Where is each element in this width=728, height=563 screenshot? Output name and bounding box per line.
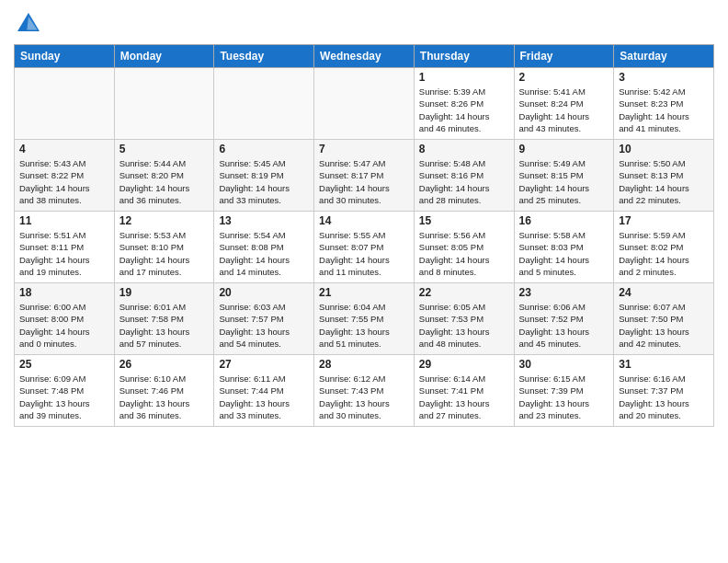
day-info: Sunrise: 6:01 AM Sunset: 7:58 PM Dayligh… [119, 301, 210, 350]
day-number: 23 [519, 286, 609, 299]
day-number: 21 [319, 286, 409, 299]
calendar-table: SundayMondayTuesdayWednesdayThursdayFrid… [14, 44, 714, 427]
day-info: Sunrise: 6:04 AM Sunset: 7:55 PM Dayligh… [319, 301, 409, 350]
calendar-week-2: 11Sunrise: 5:51 AM Sunset: 8:11 PM Dayli… [15, 212, 714, 283]
day-number: 13 [219, 214, 309, 227]
day-number: 7 [319, 143, 409, 155]
day-info: Sunrise: 5:51 AM Sunset: 8:11 PM Dayligh… [19, 229, 109, 278]
day-info: Sunrise: 6:15 AM Sunset: 7:39 PM Dayligh… [519, 373, 609, 421]
calendar-week-4: 25Sunrise: 6:09 AM Sunset: 7:48 PM Dayli… [15, 355, 714, 427]
calendar-body: 1Sunrise: 5:39 AM Sunset: 8:26 PM Daylig… [15, 68, 714, 427]
day-number: 9 [519, 143, 609, 155]
calendar-cell: 5Sunrise: 5:44 AM Sunset: 8:20 PM Daylig… [114, 140, 214, 212]
weekday-header-tuesday: Tuesday [214, 45, 314, 68]
calendar-cell: 20Sunrise: 6:03 AM Sunset: 7:57 PM Dayli… [214, 283, 314, 355]
day-number: 26 [119, 358, 210, 371]
calendar-header: SundayMondayTuesdayWednesdayThursdayFrid… [15, 45, 714, 68]
calendar-cell: 4Sunrise: 5:43 AM Sunset: 8:22 PM Daylig… [15, 140, 115, 212]
weekday-header-friday: Friday [514, 45, 614, 68]
day-number: 17 [619, 214, 709, 227]
day-info: Sunrise: 5:50 AM Sunset: 8:13 PM Dayligh… [619, 157, 709, 206]
calendar-cell: 9Sunrise: 5:49 AM Sunset: 8:15 PM Daylig… [514, 140, 614, 212]
day-number: 15 [419, 214, 509, 227]
day-number: 29 [419, 358, 509, 371]
day-info: Sunrise: 6:10 AM Sunset: 7:46 PM Dayligh… [119, 373, 210, 421]
day-info: Sunrise: 5:44 AM Sunset: 8:20 PM Dayligh… [119, 157, 210, 206]
calendar-cell: 18Sunrise: 6:00 AM Sunset: 8:00 PM Dayli… [15, 283, 115, 355]
calendar-cell: 13Sunrise: 5:54 AM Sunset: 8:08 PM Dayli… [214, 212, 314, 283]
day-number: 11 [19, 214, 109, 227]
svg-marker-1 [27, 17, 37, 29]
calendar-cell: 16Sunrise: 5:58 AM Sunset: 8:03 PM Dayli… [514, 212, 614, 283]
calendar-cell: 2Sunrise: 5:41 AM Sunset: 8:24 PM Daylig… [514, 68, 614, 140]
calendar-cell [15, 68, 115, 140]
calendar-cell: 22Sunrise: 6:05 AM Sunset: 7:53 PM Dayli… [414, 283, 514, 355]
day-info: Sunrise: 6:07 AM Sunset: 7:50 PM Dayligh… [619, 301, 709, 350]
weekday-header-saturday: Saturday [614, 45, 714, 68]
calendar-cell: 12Sunrise: 5:53 AM Sunset: 8:10 PM Dayli… [114, 212, 214, 283]
weekday-header-thursday: Thursday [414, 45, 514, 68]
calendar-week-1: 4Sunrise: 5:43 AM Sunset: 8:22 PM Daylig… [15, 140, 714, 212]
day-number: 3 [619, 71, 709, 84]
day-info: Sunrise: 6:06 AM Sunset: 7:52 PM Dayligh… [519, 301, 609, 350]
day-number: 25 [19, 358, 109, 371]
day-info: Sunrise: 6:12 AM Sunset: 7:43 PM Dayligh… [319, 373, 409, 421]
day-info: Sunrise: 5:54 AM Sunset: 8:08 PM Dayligh… [219, 229, 309, 278]
calendar-cell: 10Sunrise: 5:50 AM Sunset: 8:13 PM Dayli… [614, 140, 714, 212]
day-info: Sunrise: 6:14 AM Sunset: 7:41 PM Dayligh… [419, 373, 509, 421]
day-number: 8 [419, 143, 509, 155]
day-info: Sunrise: 6:16 AM Sunset: 7:37 PM Dayligh… [619, 373, 709, 421]
day-info: Sunrise: 5:45 AM Sunset: 8:19 PM Dayligh… [219, 157, 309, 206]
day-info: Sunrise: 5:43 AM Sunset: 8:22 PM Dayligh… [19, 157, 109, 206]
day-number: 10 [619, 143, 709, 155]
calendar-cell: 30Sunrise: 6:15 AM Sunset: 7:39 PM Dayli… [514, 355, 614, 427]
weekday-header-monday: Monday [114, 45, 214, 68]
calendar-cell: 3Sunrise: 5:42 AM Sunset: 8:23 PM Daylig… [614, 68, 714, 140]
day-info: Sunrise: 6:11 AM Sunset: 7:44 PM Dayligh… [219, 373, 309, 421]
day-info: Sunrise: 5:42 AM Sunset: 8:23 PM Dayligh… [619, 86, 709, 134]
day-number: 6 [219, 143, 309, 155]
calendar-cell: 1Sunrise: 5:39 AM Sunset: 8:26 PM Daylig… [414, 68, 514, 140]
day-info: Sunrise: 5:58 AM Sunset: 8:03 PM Dayligh… [519, 229, 609, 278]
calendar-cell [214, 68, 314, 140]
calendar-cell: 24Sunrise: 6:07 AM Sunset: 7:50 PM Dayli… [614, 283, 714, 355]
calendar-cell: 11Sunrise: 5:51 AM Sunset: 8:11 PM Dayli… [15, 212, 115, 283]
day-info: Sunrise: 5:39 AM Sunset: 8:26 PM Dayligh… [419, 86, 509, 134]
calendar-week-3: 18Sunrise: 6:00 AM Sunset: 8:00 PM Dayli… [15, 283, 714, 355]
day-info: Sunrise: 5:41 AM Sunset: 8:24 PM Dayligh… [519, 86, 609, 134]
day-number: 27 [219, 358, 309, 371]
weekday-row: SundayMondayTuesdayWednesdayThursdayFrid… [15, 45, 714, 68]
calendar-cell: 14Sunrise: 5:55 AM Sunset: 8:07 PM Dayli… [314, 212, 415, 283]
calendar-cell: 6Sunrise: 5:45 AM Sunset: 8:19 PM Daylig… [214, 140, 314, 212]
day-info: Sunrise: 6:03 AM Sunset: 7:57 PM Dayligh… [219, 301, 309, 350]
day-number: 28 [319, 358, 409, 371]
calendar-cell: 8Sunrise: 5:48 AM Sunset: 8:16 PM Daylig… [414, 140, 514, 212]
day-info: Sunrise: 5:47 AM Sunset: 8:17 PM Dayligh… [319, 157, 409, 206]
calendar-cell: 27Sunrise: 6:11 AM Sunset: 7:44 PM Dayli… [214, 355, 314, 427]
day-info: Sunrise: 6:05 AM Sunset: 7:53 PM Dayligh… [419, 301, 509, 350]
day-number: 4 [19, 143, 109, 155]
day-info: Sunrise: 5:55 AM Sunset: 8:07 PM Dayligh… [319, 229, 409, 278]
day-number: 5 [119, 143, 210, 155]
calendar-cell: 28Sunrise: 6:12 AM Sunset: 7:43 PM Dayli… [314, 355, 415, 427]
weekday-header-sunday: Sunday [15, 45, 115, 68]
header [14, 9, 714, 39]
logo [14, 9, 47, 39]
day-number: 20 [219, 286, 309, 299]
calendar-cell [314, 68, 415, 140]
day-number: 31 [619, 358, 709, 371]
day-number: 30 [519, 358, 609, 371]
calendar-cell: 7Sunrise: 5:47 AM Sunset: 8:17 PM Daylig… [314, 140, 415, 212]
calendar-cell: 23Sunrise: 6:06 AM Sunset: 7:52 PM Dayli… [514, 283, 614, 355]
calendar-cell: 25Sunrise: 6:09 AM Sunset: 7:48 PM Dayli… [15, 355, 115, 427]
day-number: 1 [419, 71, 509, 84]
day-info: Sunrise: 5:53 AM Sunset: 8:10 PM Dayligh… [119, 229, 210, 278]
calendar-cell: 26Sunrise: 6:10 AM Sunset: 7:46 PM Dayli… [114, 355, 214, 427]
day-number: 22 [419, 286, 509, 299]
calendar-cell: 29Sunrise: 6:14 AM Sunset: 7:41 PM Dayli… [414, 355, 514, 427]
day-number: 12 [119, 214, 210, 227]
day-number: 19 [119, 286, 210, 299]
day-number: 16 [519, 214, 609, 227]
calendar-week-0: 1Sunrise: 5:39 AM Sunset: 8:26 PM Daylig… [15, 68, 714, 140]
day-number: 18 [19, 286, 109, 299]
